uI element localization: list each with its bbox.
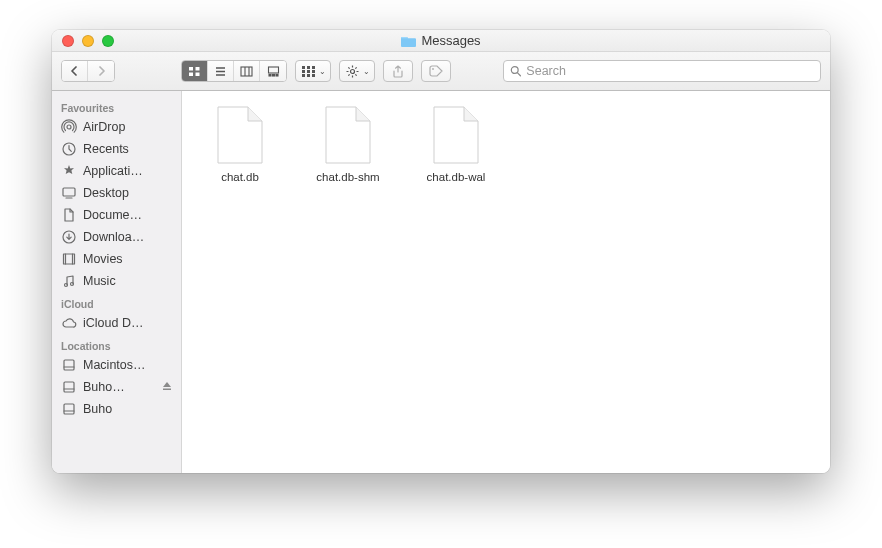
file-item[interactable]: chat.db-shm bbox=[300, 103, 396, 183]
svg-rect-12 bbox=[272, 74, 274, 76]
search-input[interactable] bbox=[526, 64, 814, 78]
sidebar-item-label: Macintos… bbox=[83, 358, 146, 372]
svg-rect-16 bbox=[312, 66, 315, 69]
sidebar-group-header: Favourites bbox=[52, 96, 181, 116]
svg-rect-19 bbox=[312, 70, 315, 73]
sidebar-item[interactable]: Desktop bbox=[52, 182, 181, 204]
gear-icon bbox=[346, 65, 359, 78]
sidebar-item-label: Applicati… bbox=[83, 164, 143, 178]
file-name: chat.db-shm bbox=[316, 171, 379, 183]
sidebar-group-header: Locations bbox=[52, 334, 181, 354]
icon-view-button[interactable] bbox=[182, 61, 208, 81]
svg-rect-15 bbox=[307, 66, 310, 69]
svg-point-23 bbox=[351, 69, 355, 73]
file-grid[interactable]: chat.dbchat.db-shmchat.db-wal bbox=[182, 91, 830, 473]
svg-point-35 bbox=[67, 125, 71, 129]
svg-rect-13 bbox=[276, 74, 278, 76]
sidebar-item[interactable]: Music bbox=[52, 270, 181, 292]
svg-rect-17 bbox=[302, 70, 305, 73]
sidebar-item-label: Movies bbox=[83, 252, 123, 266]
svg-rect-37 bbox=[63, 188, 75, 196]
svg-point-43 bbox=[65, 284, 68, 287]
svg-rect-11 bbox=[269, 74, 271, 76]
sidebar-item-label: Docume… bbox=[83, 208, 142, 222]
gallery-view-button[interactable] bbox=[260, 61, 286, 81]
minimize-button[interactable] bbox=[82, 35, 94, 47]
svg-rect-18 bbox=[307, 70, 310, 73]
airdrop-icon bbox=[61, 119, 77, 135]
sidebar-item-label: Buho… bbox=[83, 380, 125, 394]
disk-icon bbox=[61, 379, 77, 395]
window-title: Messages bbox=[421, 33, 480, 48]
svg-rect-20 bbox=[302, 74, 305, 77]
list-view-button[interactable] bbox=[208, 61, 234, 81]
search-field[interactable] bbox=[503, 60, 821, 82]
sidebar-item[interactable]: Downloa… bbox=[52, 226, 181, 248]
sidebar-item[interactable]: Recents bbox=[52, 138, 181, 160]
chevron-down-icon: ⌄ bbox=[363, 67, 370, 76]
close-button[interactable] bbox=[62, 35, 74, 47]
file-name: chat.db-wal bbox=[427, 171, 486, 183]
downloads-icon bbox=[61, 229, 77, 245]
sidebar-item[interactable]: AirDrop bbox=[52, 116, 181, 138]
svg-line-28 bbox=[348, 67, 349, 68]
svg-point-33 bbox=[511, 67, 518, 74]
window-body: FavouritesAirDropRecentsApplicati…Deskto… bbox=[52, 91, 830, 473]
file-item[interactable]: chat.db-wal bbox=[408, 103, 504, 183]
sidebar-item-label: Recents bbox=[83, 142, 129, 156]
sidebar-group-header: iCloud bbox=[52, 292, 181, 312]
svg-rect-0 bbox=[189, 67, 193, 71]
svg-rect-7 bbox=[241, 67, 252, 76]
desktop-icon bbox=[61, 185, 77, 201]
svg-rect-21 bbox=[307, 74, 310, 77]
sidebar-item[interactable]: Buho bbox=[52, 398, 181, 420]
svg-rect-14 bbox=[302, 66, 305, 69]
action-dropdown[interactable]: ⌄ bbox=[339, 60, 375, 82]
sidebar-item[interactable]: Buho… bbox=[52, 376, 181, 398]
folder-icon bbox=[401, 35, 416, 47]
forward-button[interactable] bbox=[88, 61, 114, 81]
svg-rect-22 bbox=[312, 74, 315, 77]
svg-rect-47 bbox=[64, 382, 74, 392]
sidebar-item[interactable]: Docume… bbox=[52, 204, 181, 226]
disk-icon bbox=[61, 401, 77, 417]
zoom-button[interactable] bbox=[102, 35, 114, 47]
file-item[interactable]: chat.db bbox=[192, 103, 288, 183]
svg-point-44 bbox=[71, 283, 74, 286]
sidebar-item[interactable]: Applicati… bbox=[52, 160, 181, 182]
documents-icon bbox=[61, 207, 77, 223]
finder-window: Messages bbox=[52, 30, 830, 473]
window-title-area: Messages bbox=[52, 33, 830, 48]
svg-rect-10 bbox=[268, 67, 278, 73]
sidebar[interactable]: FavouritesAirDropRecentsApplicati…Deskto… bbox=[52, 91, 182, 473]
share-button[interactable] bbox=[383, 60, 413, 82]
group-icon bbox=[302, 66, 315, 77]
share-icon bbox=[392, 65, 404, 78]
file-icon bbox=[426, 103, 486, 167]
disk-icon bbox=[61, 357, 77, 373]
svg-rect-50 bbox=[64, 404, 74, 414]
svg-rect-2 bbox=[189, 72, 193, 76]
sidebar-item[interactable]: iCloud D… bbox=[52, 312, 181, 334]
search-icon bbox=[510, 65, 521, 77]
group-by-dropdown[interactable]: ⌄ bbox=[295, 60, 331, 82]
sidebar-item-label: Buho bbox=[83, 402, 112, 416]
back-button[interactable] bbox=[62, 61, 88, 81]
tag-icon bbox=[429, 65, 443, 77]
sidebar-item[interactable]: Movies bbox=[52, 248, 181, 270]
tags-button[interactable] bbox=[421, 60, 451, 82]
sidebar-item[interactable]: Macintos… bbox=[52, 354, 181, 376]
svg-rect-49 bbox=[163, 389, 171, 391]
file-icon bbox=[210, 103, 270, 167]
eject-icon[interactable] bbox=[162, 380, 172, 394]
file-icon bbox=[318, 103, 378, 167]
sidebar-item-label: AirDrop bbox=[83, 120, 125, 134]
toolbar: ⌄ ⌄ bbox=[52, 52, 830, 91]
applications-icon bbox=[61, 163, 77, 179]
svg-line-30 bbox=[355, 67, 356, 68]
cloud-icon bbox=[61, 315, 77, 331]
sidebar-item-label: Desktop bbox=[83, 186, 129, 200]
file-name: chat.db bbox=[221, 171, 259, 183]
column-view-button[interactable] bbox=[234, 61, 260, 81]
svg-rect-3 bbox=[196, 72, 200, 76]
